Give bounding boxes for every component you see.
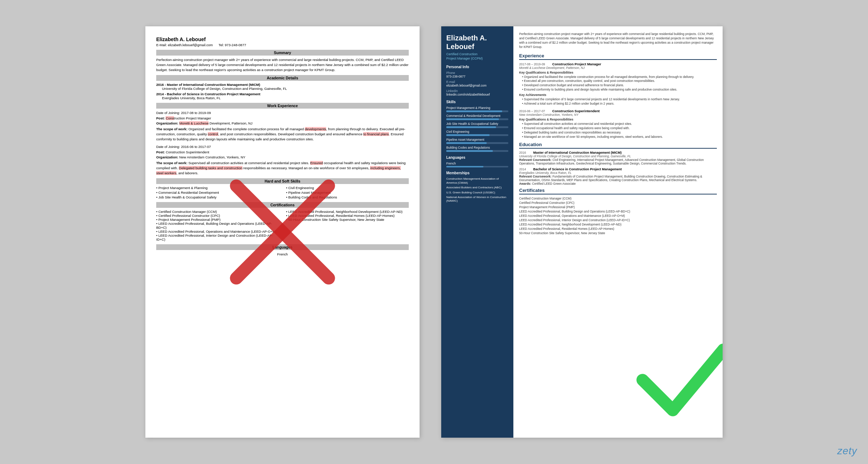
cert-l-1: Certified Construction Manager (CCM) bbox=[156, 210, 279, 214]
left-work-1: Date of Joining: 2017-08 to 2019-09 Post… bbox=[156, 110, 409, 141]
membership-1: Construction Management Association of A… bbox=[446, 177, 508, 185]
left-w2-date: Date of Joining: 2016-06 to 2017-07 bbox=[156, 145, 211, 149]
left-acad1-year: 2016 - bbox=[156, 83, 167, 87]
zety-logo: zety bbox=[837, 445, 857, 457]
cert-r-1: LEED Accredited Professional, Neighborho… bbox=[286, 210, 409, 214]
right-personal-info-title: Personal Info bbox=[446, 65, 508, 69]
right-linkedin-val: linkedin.com/in/elizabethlebouef bbox=[446, 93, 508, 96]
right-sidebar: Elizabeth A.Lebouef Certified Constructi… bbox=[441, 26, 513, 438]
cert-l-3: Project Management Professional (PMP) bbox=[156, 218, 279, 222]
left-cert-grid: Certified Construction Manager (CCM) Cer… bbox=[156, 210, 409, 241]
right-email-label: E-mail bbox=[446, 80, 508, 84]
left-work-header: Work Experience bbox=[156, 103, 409, 109]
skill-bar-label-5: Pipeline Asset Management bbox=[446, 138, 508, 141]
skill-bar-label-4: Civil Engineering bbox=[446, 130, 508, 133]
left-contact: E-Mail: elizabeth.lebouef@gmail.com Tel:… bbox=[156, 43, 409, 47]
left-w2-org: Organization: New Amsterdam Construction… bbox=[156, 155, 245, 159]
left-acad2-degree: Bachelor of Science in Construction Proj… bbox=[167, 92, 260, 96]
skill-item-6: Building Codes and Regulations bbox=[286, 195, 409, 199]
right-exp2-b4: Managed an on-site workforce of over 50 … bbox=[519, 135, 717, 139]
right-skills-title: Skills bbox=[446, 100, 508, 104]
right-exp2-org: New Amsterdam Construction, Yonkers, NY bbox=[519, 113, 717, 117]
skill-bar-4: Civil Engineering bbox=[446, 130, 508, 136]
right-certs-list: Certified Construction Manager (CCM) Cer… bbox=[519, 197, 717, 235]
right-exp2-title: Construction Superintendent bbox=[552, 109, 600, 113]
membership-2: Associated Builders and Contractors (ABC… bbox=[446, 186, 508, 189]
right-phone-label: Phone bbox=[446, 71, 508, 75]
right-cert-9: 50-Hour Construction Site Safety Supervi… bbox=[519, 231, 717, 235]
left-w1-scope-text: Organized and facilitated the complete c… bbox=[156, 127, 405, 141]
right-certs-title: Certificates bbox=[519, 188, 717, 194]
right-exp1-title: Construction Project Manager bbox=[552, 62, 601, 66]
right-cert-1: Certified Construction Manager (CCM) bbox=[519, 197, 717, 200]
left-w1-scope-label: The scope of work: bbox=[156, 127, 188, 131]
skill-item-2: Civil Engineering bbox=[286, 186, 409, 190]
right-linkedin-label: Linkedin bbox=[446, 89, 508, 93]
left-academic-2: 2014 - Bachelor of Science in Constructi… bbox=[156, 92, 409, 100]
left-lang-header: Languages bbox=[156, 244, 409, 250]
right-exp2-kq: Key Qualifications & Responsibilities bbox=[519, 118, 717, 121]
membership-4: National Association of Women in Constru… bbox=[446, 196, 508, 203]
right-edu1-degree: Master of International Construction Man… bbox=[533, 151, 622, 154]
right-exp2-b2: Ensured occupational health and safety r… bbox=[519, 126, 717, 131]
skill-bar-label-3: Job Site Health & Occupational Safety bbox=[446, 122, 508, 126]
right-skills-bars: Project Management & Planning Commercial… bbox=[446, 106, 508, 152]
left-work-2: Date of Joining: 2016-06 to 2017-07 Post… bbox=[156, 144, 409, 175]
skill-item-4: Pipeline Asset Management bbox=[286, 191, 409, 194]
left-w2-post: Post: Construction Superintendent bbox=[156, 150, 209, 154]
left-acad1-school: University of Florida College of Design,… bbox=[156, 87, 409, 91]
right-edu2-year: 2014 bbox=[519, 167, 526, 171]
right-edu2-award: Awards: Certified LEED Green Associate bbox=[519, 182, 717, 185]
right-exp1-b2: Executed all pre-construction, construct… bbox=[519, 79, 717, 83]
cert-l-5: LEED Accredited Professional, Operations… bbox=[156, 229, 279, 233]
cert-r-3: 50-Hour Construction Site Safety Supervi… bbox=[286, 218, 409, 222]
left-lang-val: French bbox=[156, 252, 409, 257]
left-w2-scope-text: Supervised all construction activities a… bbox=[156, 161, 405, 175]
left-summary-text: Perfection-aiming construction project m… bbox=[156, 57, 409, 72]
skill-bar-2: Commercial & Residential Development bbox=[446, 114, 508, 120]
skill-item-5: Job Site Health & Occupational Safety bbox=[156, 195, 279, 199]
right-exp1-date: 2017-08 – 2019-09 bbox=[519, 62, 545, 66]
left-cert-col2: LEED Accredited Professional, Neighborho… bbox=[286, 210, 409, 241]
right-phone-val: 973-238-0877 bbox=[446, 75, 508, 78]
left-email: E-Mail: elizabeth.lebouef@gmail.com bbox=[156, 43, 213, 47]
right-memberships-title: Memberships bbox=[446, 171, 508, 175]
right-exp2-b3: Delegated building tasks and constructio… bbox=[519, 131, 717, 135]
right-edu2-school: Everglades University, Boca Raton, FL bbox=[519, 171, 717, 175]
membership-3: U.S. Green Building Council (USGBC) bbox=[446, 191, 508, 194]
left-w1-org: Organization: Moretti & Lucchese Develop… bbox=[156, 121, 253, 125]
right-edu1-year: 2016 bbox=[519, 151, 526, 154]
right-resume: Elizabeth A.Lebouef Certified Constructi… bbox=[441, 26, 723, 438]
skill-item-3: Commercial & Residential Development bbox=[156, 191, 279, 194]
right-exp1-org: Moretti & Lucchese Development, Patterso… bbox=[519, 66, 717, 70]
skill-bar-label-1: Project Management & Planning bbox=[446, 106, 508, 110]
right-exp2-b1: Supervised all construction activities a… bbox=[519, 122, 717, 126]
right-cert-2: Certified Professional Constructor (CPC) bbox=[519, 201, 717, 205]
left-acad2-school: Everglades University, Boca Raton, FL bbox=[156, 96, 409, 100]
right-edu-2: 2014 Bachelor of Science in Construction… bbox=[519, 167, 717, 185]
right-cert-3: Project Management Professional (PMP) bbox=[519, 205, 717, 209]
cert-l-4: LEED Accredited Professional, Building D… bbox=[156, 222, 279, 229]
skill-bar-1: Project Management & Planning bbox=[446, 106, 508, 112]
right-cert-7: LEED Accredited Professional, Neighborho… bbox=[519, 223, 717, 226]
right-exp1-b1: Organized and facilitated the complete c… bbox=[519, 75, 717, 79]
left-academic-header: Academic Details bbox=[156, 75, 409, 81]
left-cert-col1: Certified Construction Manager (CCM) Cer… bbox=[156, 210, 279, 241]
right-lang-title: Languages bbox=[446, 156, 508, 159]
right-exp-1: 2017-08 – 2019-09 Construction Project M… bbox=[519, 62, 717, 106]
skill-bar-6: Building Codes and Regulations bbox=[446, 146, 508, 152]
right-exp1-b3: Developed construction budget and ensure… bbox=[519, 83, 717, 88]
left-w1-date: Date of Joining: 2017-08 to 2019-09 bbox=[156, 111, 211, 115]
right-edu-title: Education bbox=[519, 142, 717, 149]
left-acad1-degree: Master of International Construction Man… bbox=[167, 83, 260, 87]
cert-r-2: LEED Accredited Professional, Residentia… bbox=[286, 214, 409, 218]
left-tel: Tel: 973-248-0877 bbox=[219, 43, 246, 47]
right-edu2-course: Relevant Coursework: Fundamentals of Con… bbox=[519, 175, 717, 182]
right-intro: Perfection-aiming construction project m… bbox=[519, 32, 717, 49]
left-name: Elizabeth A. Lebouef bbox=[156, 36, 409, 42]
right-edu2-degree: Bachelor of Science in Construction Proj… bbox=[533, 167, 622, 171]
cert-l-6: LEED Accredited Professional, Interior D… bbox=[156, 233, 279, 241]
left-academic-1: 2016 - Master of International Construct… bbox=[156, 83, 409, 91]
left-skills-grid: Project Management & Planning Civil Engi… bbox=[156, 186, 409, 199]
right-cert-8: LEED Accredited Professional, Residentia… bbox=[519, 227, 717, 231]
